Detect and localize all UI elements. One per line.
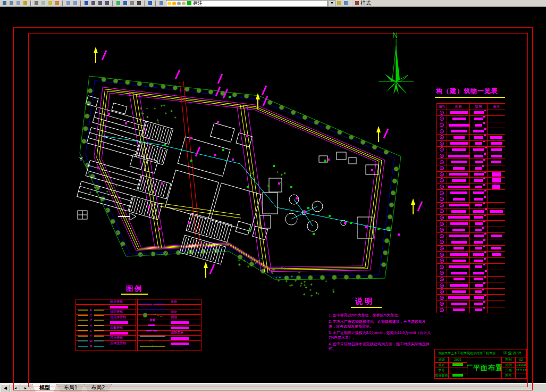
table-cell bbox=[470, 264, 487, 270]
table-cell: 22 bbox=[437, 239, 447, 245]
table-cell bbox=[488, 141, 505, 147]
table-cell bbox=[470, 295, 487, 301]
legend-row: Y bbox=[76, 331, 136, 336]
title-block-project-type: 毕业设计 bbox=[499, 349, 526, 357]
table-cell bbox=[488, 233, 505, 239]
legend-row: 道路 bbox=[138, 299, 201, 305]
table-cell bbox=[470, 258, 487, 264]
legend-row: F反冲洗管线 bbox=[76, 341, 136, 346]
legend-row bbox=[138, 336, 201, 341]
title-block-row: 学号 bbox=[435, 368, 467, 373]
table-cell: 6 bbox=[437, 141, 447, 147]
north-arrow: N bbox=[375, 30, 415, 97]
table-cell bbox=[488, 178, 505, 184]
table-cell bbox=[488, 307, 505, 313]
table-cell bbox=[470, 203, 487, 208]
row-number-badge: 10 bbox=[440, 166, 444, 170]
table-cell bbox=[447, 128, 469, 134]
table-cell: 20 bbox=[437, 227, 447, 233]
legend-label bbox=[171, 321, 201, 324]
table-header: 规 格 bbox=[475, 104, 482, 109]
table-header: 名 称 bbox=[455, 104, 462, 109]
table-cell bbox=[470, 289, 487, 295]
legend-symbol-cell bbox=[138, 331, 171, 336]
table-cell bbox=[447, 172, 469, 178]
table-cell bbox=[488, 239, 505, 245]
legend-symbol-cell bbox=[138, 341, 171, 346]
title-block-row: 指导教师 bbox=[435, 373, 467, 379]
survey-line-legend-symbol bbox=[138, 344, 167, 348]
legend-symbol-cell: W bbox=[76, 336, 110, 340]
legend-label bbox=[110, 305, 136, 308]
table-cell: 备注 bbox=[488, 104, 505, 110]
row-number-badge: 23 bbox=[440, 246, 444, 251]
field-value: 2003 bbox=[449, 357, 467, 362]
legend-symbol-cell: Y bbox=[76, 331, 110, 336]
table-cell bbox=[488, 184, 505, 190]
table-cell bbox=[488, 165, 505, 171]
legend-row: A bbox=[76, 320, 136, 326]
row-number-badge: 32 bbox=[440, 302, 444, 306]
table-cell bbox=[447, 270, 469, 276]
legend-label: 远期发展 bbox=[171, 330, 201, 335]
table-cell: 32 bbox=[437, 301, 447, 307]
table-cell bbox=[470, 301, 487, 307]
table-cell: 5 bbox=[437, 135, 447, 140]
field-value: 02 bbox=[516, 357, 526, 362]
legend-row: W污水管线 bbox=[76, 336, 136, 341]
title-block-row: 班级2003 bbox=[435, 357, 467, 363]
legend-row: F bbox=[76, 305, 136, 310]
title-block-row: 日期07.5.23 bbox=[502, 368, 526, 373]
table-cell bbox=[470, 141, 487, 147]
table-cell bbox=[488, 295, 505, 301]
legend-label bbox=[171, 337, 201, 340]
table-cell: 12 bbox=[437, 178, 447, 184]
field-label: 班级 bbox=[435, 357, 449, 362]
legend-title: 图例 bbox=[126, 284, 143, 294]
legend-row bbox=[138, 341, 201, 346]
table-cell bbox=[447, 252, 469, 257]
table-cell bbox=[488, 208, 505, 214]
table-cell bbox=[488, 159, 505, 165]
table-cell bbox=[488, 122, 505, 128]
field-label: 指导教师 bbox=[435, 373, 449, 379]
building-table-underline bbox=[435, 97, 505, 98]
table-cell: 名 称 bbox=[447, 104, 469, 110]
table-cell bbox=[488, 264, 505, 270]
row-number-badge: 6 bbox=[440, 141, 444, 146]
row-number-badge: 22 bbox=[440, 240, 444, 244]
title-block-row: 图号 bbox=[502, 373, 526, 379]
north-label: N bbox=[392, 31, 398, 39]
legend-symbol-cell: F bbox=[76, 341, 110, 346]
row-number-badge: 24 bbox=[440, 253, 444, 257]
row-number-badge: 4 bbox=[440, 129, 444, 134]
row-number-badge: 9 bbox=[440, 160, 444, 164]
table-cell bbox=[447, 246, 469, 252]
legend-row: 给水管线 bbox=[76, 299, 136, 305]
table-cell bbox=[470, 184, 487, 190]
legend-symbol-cell bbox=[76, 299, 110, 304]
table-cell: 7 bbox=[437, 147, 447, 153]
field-value bbox=[449, 363, 467, 368]
table-cell bbox=[488, 270, 505, 276]
notes-title: 说明 bbox=[355, 297, 374, 306]
legend-row: 围墙 bbox=[138, 315, 201, 320]
table-cell bbox=[488, 227, 505, 233]
table-cell: 9 bbox=[437, 159, 447, 165]
svg-text:Y: Y bbox=[79, 156, 83, 162]
table-cell bbox=[488, 277, 505, 282]
row-number-badge: 1 bbox=[440, 111, 444, 115]
table-cell bbox=[470, 239, 487, 245]
table-cell bbox=[447, 208, 469, 214]
legend-label: 污水管线 bbox=[110, 336, 136, 340]
title-block: 湖南大学土木工程学院给水排水工程专业 毕业设计 班级2003姓名学号指导教师 水… bbox=[434, 349, 527, 379]
row-number-badge: 8 bbox=[440, 154, 444, 158]
table-cell bbox=[470, 147, 487, 153]
notes-title-underline bbox=[351, 307, 382, 308]
table-cell: 3 bbox=[437, 122, 447, 128]
line-legend-symbol: F bbox=[76, 344, 106, 348]
field-value bbox=[449, 368, 467, 373]
building-table-title: 构（建）筑物一览表 bbox=[436, 87, 498, 96]
table-cell: 13 bbox=[437, 184, 447, 190]
note-item: 4. 图中未注明自用水管交接处均为支管，施工时按实际情况操作。 bbox=[329, 341, 432, 351]
